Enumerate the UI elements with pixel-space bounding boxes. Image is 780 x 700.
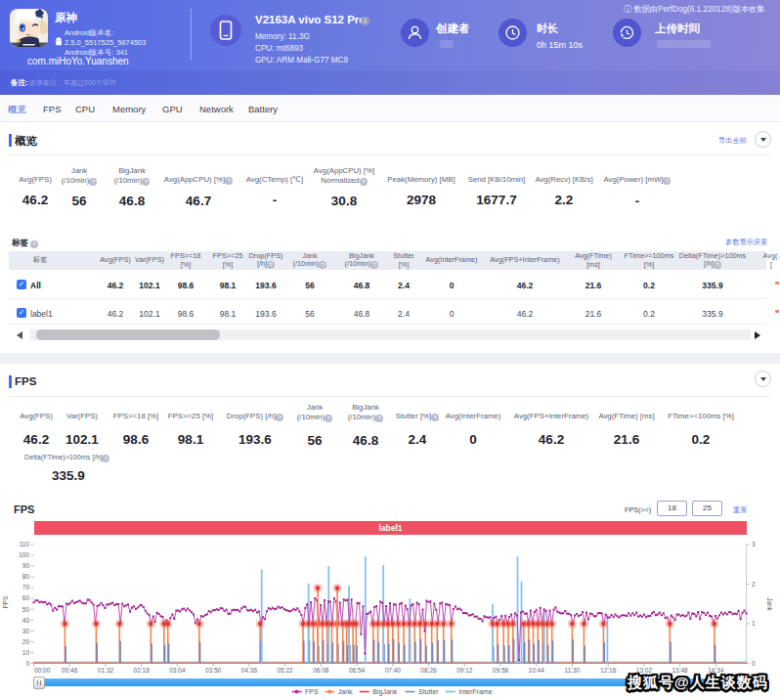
svg-text:100: 100	[19, 551, 29, 558]
svg-text:Stutter: Stutter	[418, 688, 439, 695]
svg-text:30: 30	[22, 628, 30, 634]
svg-text:09:12: 09:12	[456, 667, 473, 674]
svg-text:2: 2	[752, 581, 756, 588]
svg-text:03:04: 03:04	[169, 667, 186, 674]
svg-text:FPS: FPS	[305, 688, 319, 695]
svg-text:Jank: Jank	[338, 688, 353, 695]
svg-text:FPS: FPS	[2, 595, 9, 608]
svg-text:03:50: 03:50	[205, 667, 222, 674]
svg-text:00:46: 00:46	[62, 667, 78, 674]
svg-text:09:58: 09:58	[493, 667, 509, 674]
svg-text:50: 50	[22, 606, 30, 613]
svg-text:BigJank: BigJank	[372, 688, 397, 696]
svg-text:06:08: 06:08	[313, 667, 329, 674]
svg-text:01:32: 01:32	[98, 667, 114, 674]
svg-text:13:02: 13:02	[636, 667, 653, 674]
svg-text:3: 3	[752, 541, 756, 547]
svg-text:InterFrame: InterFrame	[458, 688, 492, 695]
svg-text:14:34: 14:34	[708, 667, 724, 674]
svg-text:40: 40	[22, 617, 30, 624]
svg-text:110: 110	[20, 541, 30, 547]
svg-text:90: 90	[22, 562, 30, 569]
svg-text:06:54: 06:54	[349, 667, 366, 674]
svg-text:10:44: 10:44	[529, 667, 545, 674]
svg-text:13:48: 13:48	[672, 667, 688, 674]
svg-text:10: 10	[22, 649, 30, 656]
svg-text:1: 1	[752, 620, 756, 627]
svg-text:20: 20	[22, 638, 30, 645]
svg-text:0: 0	[752, 660, 756, 667]
svg-text:00:00: 00:00	[34, 667, 51, 674]
svg-text:11:30: 11:30	[565, 667, 581, 674]
svg-text:02:18: 02:18	[134, 667, 151, 674]
svg-text:0: 0	[25, 660, 29, 667]
svg-text:Jank: Jank	[766, 597, 773, 611]
svg-text:60: 60	[22, 594, 30, 601]
svg-text:08:26: 08:26	[420, 667, 437, 674]
svg-text:70: 70	[22, 584, 30, 591]
svg-text:80: 80	[22, 573, 30, 580]
svg-text:07:40: 07:40	[385, 667, 402, 674]
svg-text:04:36: 04:36	[241, 667, 258, 674]
svg-text:05:22: 05:22	[277, 667, 293, 674]
svg-text:12:16: 12:16	[600, 667, 617, 674]
